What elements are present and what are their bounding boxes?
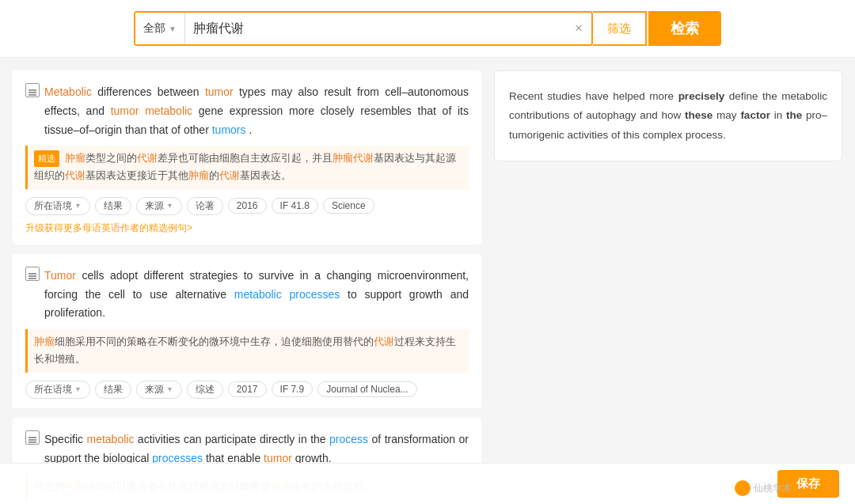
bottom-bar: 仙桃学术 保存: [0, 463, 855, 504]
translation-box: 精选 肿瘤类型之间的代谢差异也可能由细胞自主效应引起，并且肿瘤代谢基因表达与其起…: [25, 146, 469, 189]
search-bar: 全部 ▼ × 筛选 检索: [0, 0, 855, 58]
tag-label: 结果: [104, 199, 123, 213]
search-input[interactable]: [185, 21, 566, 36]
main-content: Metabolic differences between tumor type…: [0, 58, 855, 504]
search-wrapper: 全部 ▼ ×: [134, 11, 593, 46]
search-button[interactable]: 检索: [648, 11, 721, 46]
tag-label: 所在语境: [34, 383, 72, 396]
context-text: Recent studies have helped more precisel…: [509, 90, 827, 141]
tag-label: IF 41.8: [280, 200, 310, 211]
result-text-2: Tumor cells adopt different strategies t…: [25, 267, 469, 323]
highlight: tumor: [205, 85, 234, 98]
highlight: metabolic: [145, 104, 192, 117]
tag-label: IF 7.9: [280, 384, 305, 395]
tag-label: Journal of Nuclea...: [326, 384, 408, 395]
context-card: Recent studies have helped more precisel…: [494, 70, 842, 161]
tag-year[interactable]: 2016: [228, 198, 267, 214]
text-segment: Specific: [44, 433, 86, 445]
text-segment: activities can participate directly in t…: [138, 433, 329, 445]
chevron-down-icon: ▼: [74, 385, 82, 393]
tag-if[interactable]: IF 41.8: [272, 198, 318, 214]
tag-label: 所在语境: [34, 199, 72, 213]
tag-context[interactable]: 所在语境 ▼: [25, 381, 90, 399]
highlight: metabolic: [86, 433, 134, 445]
tag-result[interactable]: 结果: [95, 197, 131, 215]
tag-context[interactable]: 所在语境 ▼: [25, 197, 90, 215]
chevron-down-icon: ▼: [74, 202, 82, 210]
result-icon: [25, 83, 40, 97]
tag-label: 结果: [104, 383, 123, 396]
chevron-down-icon: ▼: [169, 25, 177, 33]
highlight-blue: process: [329, 433, 368, 445]
search-category-dropdown[interactable]: 全部 ▼: [135, 13, 185, 44]
result-icon: [25, 267, 40, 281]
result-item: Tumor cells adopt different strategies t…: [13, 254, 481, 408]
highlight-blue: tumors: [212, 123, 246, 136]
results-panel: Metabolic differences between tumor type…: [13, 70, 481, 504]
watermark: 仙桃学术: [735, 480, 792, 496]
tag-label: 来源: [145, 199, 164, 213]
translation-text: 肿瘤细胞采用不同的策略在不断变化的微环境中生存，迫使细胞使用替代的代谢过程来支持…: [34, 336, 456, 364]
watermark-icon: [735, 480, 750, 496]
tag-if[interactable]: IF 7.9: [272, 381, 314, 397]
tag-type[interactable]: 综述: [187, 381, 223, 399]
highlight: Metabolic: [44, 85, 92, 98]
category-label: 全部: [143, 21, 165, 36]
tag-label: 综述: [196, 383, 215, 396]
highlight: tumor: [111, 104, 139, 117]
tag-label: 论著: [196, 199, 215, 213]
tags-row: 所在语境 ▼ 结果 来源 ▼ 综述 2017 IF 7.9 Journal of…: [25, 381, 469, 399]
right-panel: Recent studies have helped more precisel…: [494, 70, 842, 504]
tag-label: 来源: [145, 383, 164, 396]
translation-label: 精选: [34, 150, 59, 167]
tag-source[interactable]: 来源 ▼: [136, 381, 182, 399]
text-segment: differences between: [97, 85, 205, 98]
filter-button[interactable]: 筛选: [593, 11, 647, 46]
result-icon: [25, 430, 40, 445]
result-item: Metabolic differences between tumor type…: [13, 70, 481, 244]
text-segment: .: [249, 123, 252, 136]
tag-result[interactable]: 结果: [95, 381, 131, 399]
tag-label: 2017: [237, 384, 258, 395]
result-text-1: Metabolic differences between tumor type…: [25, 83, 469, 139]
tags-row: 所在语境 ▼ 结果 来源 ▼ 论著 2016 IF 41.8 Science: [25, 197, 469, 215]
tag-source[interactable]: 来源 ▼: [136, 197, 182, 215]
tag-label: Science: [332, 200, 366, 211]
upgrade-link[interactable]: 升级获得更多母语英语作者的精选例句>: [25, 222, 192, 235]
highlight: Tumor: [44, 269, 76, 282]
chevron-down-icon: ▼: [166, 385, 173, 393]
clear-icon[interactable]: ×: [566, 13, 591, 44]
translation-text: 肿瘤类型之间的代谢差异也可能由细胞自主效应引起，并且肿瘤代谢基因表达与其起源组织…: [34, 153, 456, 180]
tag-type[interactable]: 论著: [187, 197, 223, 215]
tag-year[interactable]: 2017: [228, 381, 267, 397]
highlight-blue: metabolic processes: [234, 288, 340, 301]
watermark-label: 仙桃学术: [754, 482, 792, 495]
tag-label: 2016: [237, 200, 258, 211]
chevron-down-icon: ▼: [166, 202, 173, 210]
translation-box: 肿瘤细胞采用不同的策略在不断变化的微环境中生存，迫使细胞使用替代的代谢过程来支持…: [25, 329, 469, 373]
tag-journal[interactable]: Journal of Nuclea...: [317, 381, 416, 397]
tag-journal[interactable]: Science: [323, 198, 374, 214]
